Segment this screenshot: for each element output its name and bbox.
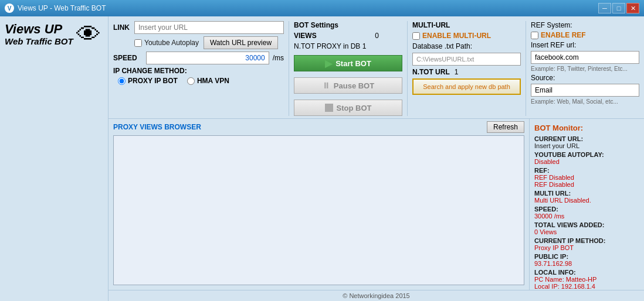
enable-ref-checkbox[interactable] xyxy=(531,32,538,39)
ntot-value: 1 xyxy=(455,68,459,76)
stop-bot-button[interactable]: Stop BOT xyxy=(294,100,402,116)
enable-ref-label: ENABLE REF xyxy=(541,31,586,39)
proxy-browser-label: PROXY VIEWS BROWSER xyxy=(113,123,201,131)
window-controls: ─ □ ✕ xyxy=(598,3,639,13)
speed-unit: /ms xyxy=(273,54,284,62)
minimize-button[interactable]: ─ xyxy=(598,3,611,13)
bot-monitor-panel: BOT Monitor: CURRENT URL: Insert your UR… xyxy=(530,119,644,290)
monitor-ip-method: CURRENT IP METHOD: Proxy IP BOT xyxy=(534,237,639,251)
footer: © Networkingidea 2015 xyxy=(109,290,644,301)
ip-change-label: IP CHANGE METHOD: xyxy=(113,67,284,75)
db-path-input[interactable] xyxy=(412,53,521,66)
bot-settings-title: BOT Settings xyxy=(294,21,402,29)
pause-bot-button[interactable]: ⏸ Pause BOT xyxy=(294,77,402,94)
insert-ref-label: Insert REF url: xyxy=(531,41,639,49)
monitor-current-url-value: Insert your URL xyxy=(534,142,639,149)
logo-line1: Views UP xyxy=(5,22,73,36)
window-title: Views UP - Web Traffic BOT xyxy=(18,4,106,12)
views-label: VIEWS xyxy=(294,32,317,40)
source-input[interactable] xyxy=(531,84,639,97)
enable-multi-url-row: ENABLE MULTI-URL xyxy=(412,32,521,40)
db-path-label: Database .txt Path: xyxy=(412,42,521,50)
hma-vpn-radio[interactable]: HMA VPN xyxy=(187,77,229,85)
app-icon: V xyxy=(5,4,14,13)
monitor-public-ip: PUBLIC IP: 93.71.162.98 xyxy=(534,253,639,267)
youtube-autoplay-input[interactable] xyxy=(134,39,142,47)
ref-example-text: Example: FB, Twitter, Pinterest, Etc... xyxy=(531,66,639,72)
monitor-local-info: LOCAL INFO: PC Name: Matteo-HP Local IP:… xyxy=(534,269,639,290)
enable-ref-row: ENABLE REF xyxy=(531,31,639,39)
logo-eye-icon: 👁 xyxy=(76,22,101,47)
monitor-current-url: CURRENT URL: Insert your URL xyxy=(534,135,639,149)
enable-multi-url-checkbox[interactable] xyxy=(412,32,420,40)
source-label: Source: xyxy=(531,74,639,82)
hma-vpn-label: HMA VPN xyxy=(197,77,229,85)
youtube-autoplay-checkbox[interactable]: Youtube Autoplay xyxy=(134,39,199,47)
ref-system-title: REF System: xyxy=(531,21,639,29)
link-label: LINK xyxy=(113,23,131,32)
monitor-current-url-label: CURRENT URL: xyxy=(534,135,639,142)
maximize-button[interactable]: □ xyxy=(612,3,625,13)
play-icon: ▶ xyxy=(325,58,332,69)
proxy-ip-radio[interactable]: PROXY IP BOT xyxy=(118,77,178,85)
close-button[interactable]: ✕ xyxy=(626,3,639,13)
monitor-youtube-autoplay: YOUTUBE AUTOPLAY: Disabled xyxy=(534,151,639,165)
speed-input[interactable] xyxy=(146,52,269,64)
url-input[interactable] xyxy=(134,21,284,34)
title-bar: V Views UP - Web Traffic BOT ─ □ ✕ xyxy=(0,0,644,16)
youtube-autoplay-label: Youtube Autoplay xyxy=(144,39,199,47)
speed-label: SPEED xyxy=(113,54,143,62)
monitor-speed: SPEED: 30000 /ms xyxy=(534,206,639,220)
bot-monitor-title: BOT Monitor: xyxy=(534,124,639,132)
monitor-total-views: TOTAL VIEWS ADDED: 0 Views xyxy=(534,221,639,235)
enable-multi-url-label: ENABLE MULTI-URL xyxy=(422,32,491,40)
multi-url-title: MULTI-URL xyxy=(412,21,521,29)
pause-icon: ⏸ xyxy=(322,81,330,90)
source-example-text: Example: Web, Mail, Social, etc... xyxy=(531,98,639,105)
refresh-button[interactable]: Refresh xyxy=(487,121,524,133)
start-bot-button[interactable]: ▶ Start BOT xyxy=(294,55,402,71)
search-apply-button[interactable]: Search and apply new db path xyxy=(412,78,521,95)
monitor-multi-url: MULTI URL: Multi URL Disabled. xyxy=(534,190,639,204)
logo-area: Views UP Web Traffic BOT 👁 xyxy=(5,22,103,47)
footer-text: © Networkingidea 2015 xyxy=(343,292,410,299)
ntot-label: N.TOT URL xyxy=(412,68,450,76)
ref-url-input[interactable] xyxy=(531,51,639,64)
browser-viewport xyxy=(113,135,524,285)
logo-line2: Web Traffic BOT xyxy=(5,36,73,47)
proxy-db-label: N.TOT PROXY in DB 1 xyxy=(294,42,402,50)
monitor-ref: REF: REF Disabled REF Disabled xyxy=(534,167,639,188)
proxy-ip-label: PROXY IP BOT xyxy=(128,77,178,85)
stop-icon xyxy=(325,104,333,112)
views-value: 0 xyxy=(375,32,379,40)
watch-url-button[interactable]: Watch URL preview xyxy=(204,36,278,49)
